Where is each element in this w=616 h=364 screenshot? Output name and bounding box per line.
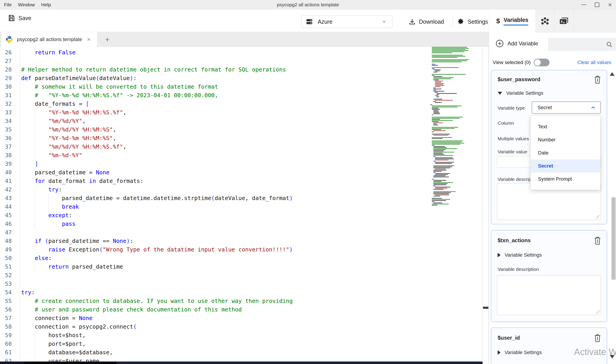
minimap-line [433,183,448,184]
type-menu-item-text[interactable]: Text [531,120,600,133]
code-line[interactable]: 48 if (parsed_datetime == None): [0,237,428,245]
minimap-line [435,102,442,103]
code-lines[interactable]: 26 return False2728# Helper method to re… [0,48,428,364]
code-line[interactable]: 32 date_formats = [ [0,100,428,108]
minimap-line [432,68,435,69]
tab-close-icon[interactable]: × [87,36,91,43]
code-line[interactable]: 40 parsed_datetime = None [0,168,428,177]
variable-description-textarea[interactable] [497,275,601,315]
code-line[interactable]: 38 "%m-%d-%Y" [0,151,428,160]
close-icon[interactable]: × [608,2,612,7]
code-line[interactable]: 53 [0,280,428,288]
code-line[interactable]: 60 port=$port, [0,340,428,348]
minimap-line [435,158,454,159]
code-line[interactable]: 49 raise Exception("Wrong Type of the da… [0,245,428,254]
minimap-line [432,141,463,141]
delete-variable-button[interactable] [593,333,602,343]
tab-variables[interactable]: $ Variables [489,10,536,32]
code-line[interactable]: 34 "%m/%d/%Y", [0,117,428,125]
type-menu-item-date[interactable]: Date [531,146,600,159]
code-line[interactable]: 46 pass [0,220,428,228]
resize-grip-icon[interactable] [596,310,600,314]
download-button[interactable]: Download [409,15,444,28]
code-line[interactable]: 39 ] [0,160,428,168]
code-line[interactable]: 56 # user and password please check docu… [0,305,428,314]
code-text: # create connection to database. If you … [21,297,293,305]
save-icon [8,14,15,22]
code-line[interactable]: 58 connection = psycopg2.connect( [0,323,428,331]
add-variable-button[interactable]: Add Variable [495,39,538,48]
code-line[interactable]: 57 connection = None [0,314,428,323]
minimap-line [432,65,438,66]
code-line[interactable]: 51 return parsed_datetime [0,262,428,271]
minimap-line [432,59,469,60]
editor-vertical-scrollbar[interactable] [483,47,489,364]
tab-psycopg2-template[interactable]: psycopg2 all actions template × [1,32,97,47]
code-line[interactable]: 27 [0,57,428,65]
code-line[interactable]: 28# Helper method to return datetime obj… [0,65,428,74]
code-line[interactable]: 35 "%m/%d/%Y %H:%M:%S", [0,125,428,134]
code-line[interactable]: 33 "%Y-%m-%d %H:%M:%S.%f", [0,108,428,117]
scrollbar-up-arrow[interactable] [610,72,615,76]
code-line[interactable]: 54try: [0,288,428,297]
minimize-icon[interactable] [581,4,586,5]
code-line[interactable]: 47 [0,228,428,237]
type-menu-item-secret[interactable]: Secret [531,159,600,172]
clear-all-values-link[interactable]: Clear all values [578,60,611,65]
variable-settings-toggle[interactable]: Variable Settings [498,350,542,355]
code-line[interactable]: 50 else: [0,254,428,262]
scrollbar-down-arrow[interactable] [610,355,615,359]
panel-scrollbar-thumb[interactable] [612,197,616,280]
minimap-line [433,196,440,196]
settings-button[interactable]: Settings [457,15,488,28]
maximize-icon[interactable] [595,2,599,7]
variable-type-select[interactable]: Secret [532,102,601,114]
code-line[interactable]: 59 host=$host, [0,331,428,340]
code-line[interactable]: 44 break [0,203,428,211]
minimap-line [433,150,446,150]
code-line[interactable]: 26 return False [0,48,428,57]
delete-variable-button[interactable] [593,236,602,245]
view-selected-toggle[interactable] [534,59,550,66]
editor-horizontal-scrollbar[interactable] [0,362,483,364]
save-button[interactable]: Save [8,14,31,22]
code-line[interactable]: 52 [0,271,428,280]
delete-variable-button[interactable] [593,75,602,84]
code-line[interactable]: 55 # create connection to database. If y… [0,297,428,305]
variable-settings-toggle[interactable]: Variable Settings [498,252,542,258]
code-editor[interactable]: 26 return False2728# Helper method to re… [0,47,489,364]
code-line[interactable]: 30 # somehow it will be converted to thi… [0,83,428,91]
editor-horizontal-scrollbar-thumb[interactable] [24,362,116,364]
settings-label: Settings [468,18,488,25]
code-line[interactable]: 61 database=$database, [0,348,428,357]
editor-vertical-scrollbar-thumb[interactable] [483,307,488,309]
line-number: 42 [0,185,12,194]
code-line[interactable]: 41 for date_format in date_formats: [0,177,428,185]
minimap-line [433,180,446,181]
code-line[interactable]: 36 "%Y-%d-%m %H:%M:%S", [0,134,428,143]
minimap-line [433,175,446,176]
type-menu-item-number[interactable]: Number [531,133,600,146]
gear-icon [457,18,464,25]
code-text: pass [21,220,76,228]
code-line[interactable]: 42 try: [0,185,428,194]
variable-settings-toggle[interactable]: Variable Settings [498,90,543,96]
minimap-line [432,134,450,134]
code-line[interactable]: 37 "%m/%d/%Y %H:%M:%S.%f", [0,143,428,151]
code-line[interactable]: 45 except: [0,211,428,220]
code-line[interactable]: 29def parseDateTimeValue(dateValue): [0,74,428,83]
minimap[interactable] [430,47,472,207]
minimap-line [433,113,440,114]
search-input[interactable] [551,38,603,51]
type-menu-item-system-prompt[interactable]: System Prompt [531,172,600,186]
resize-grip-icon[interactable] [596,215,600,219]
code-line[interactable]: 31 # "%Y-%m-%d %H:%M:%S.%f" -> 2023-04-0… [0,91,428,100]
environment-select[interactable]: Azure [301,15,392,28]
code-line[interactable]: 43 parsed_datetime = datetime.datetime.s… [0,194,428,203]
minimap-line [432,47,467,48]
tab-services[interactable] [536,10,554,32]
minimap-line [433,99,442,99]
new-tab-button[interactable]: + [101,32,114,47]
tab-terminal[interactable] [554,10,573,32]
minimap-line [433,88,436,88]
